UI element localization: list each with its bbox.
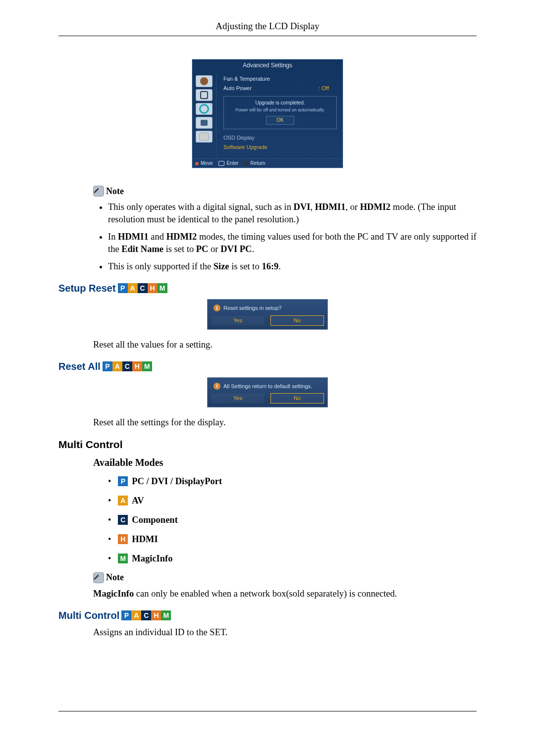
para-magicinfo-note: MagicInfo can only be enabled when a net…	[93, 588, 477, 600]
section-setup-reset-label: Setup Reset	[58, 282, 116, 295]
badge-a-icon: A	[128, 283, 138, 293]
mode-item-av: A AV	[108, 495, 477, 507]
osd-menu-autopower-value: : Off	[319, 85, 329, 92]
osd-menu-autopower-label: Auto Power	[223, 85, 252, 91]
note-block-2: Note	[93, 571, 477, 583]
section-multi-control-2: Multi Control P A C H M	[58, 609, 477, 622]
osd-title: Advanced Settings	[192, 59, 343, 73]
popup-setup-yes: Yes	[212, 316, 264, 325]
note-item-1: This only operates with a digital signal…	[108, 201, 477, 226]
section-reset-all-label: Reset All	[58, 360, 101, 373]
section-reset-all: Reset All P A C H M	[58, 360, 477, 373]
note-list-1: This only operates with a digital signal…	[93, 201, 477, 273]
osd-icon-5	[196, 131, 213, 143]
mode-name-pc: PC / DVI / DisplayPort	[132, 475, 222, 488]
badge-p-icon: P	[121, 610, 131, 620]
badge-p-icon: P	[118, 476, 128, 486]
osd-icon-1	[196, 75, 213, 87]
section-multi-control: Multi Control	[58, 438, 477, 452]
badge-h-icon: H	[148, 283, 158, 293]
page-header: Adjusting the LCD Display	[58, 20, 477, 36]
popup-reset-all: i All Settings return to default setting…	[58, 377, 477, 408]
mode-name-magicinfo: MagicInfo	[132, 553, 172, 565]
popup-setup-msg: Reset settings in setup?	[223, 304, 281, 312]
para-reset-all: Reset all the settings for the display.	[93, 416, 477, 429]
subsection-available-modes: Available Modes	[93, 456, 477, 469]
badge-h-icon: H	[151, 610, 161, 620]
section-setup-reset: Setup Reset P A C H M	[58, 282, 477, 295]
note-label: Note	[106, 185, 124, 197]
osd-footer-return: Return	[244, 160, 265, 167]
osd-dialog-ok: OK	[266, 116, 294, 125]
info-icon: i	[214, 383, 220, 390]
badge-m-icon: M	[161, 610, 171, 620]
badge-c-icon: C	[122, 361, 132, 371]
badge-m-icon: M	[142, 361, 152, 371]
section-multi-control-label: Multi Control	[58, 438, 122, 452]
osd-menu-software-upgrade: Software Upgrade	[223, 143, 339, 152]
osd-dialog-line2: Power will be off and turned on automati…	[228, 107, 332, 113]
mode-name-component: Component	[132, 514, 178, 526]
popup-reset-yes: Yes	[212, 394, 264, 403]
badge-a-icon: A	[112, 361, 122, 371]
popup-setup-no: No	[271, 316, 323, 325]
mode-badges: P A C H M	[118, 283, 167, 293]
badge-c-icon: C	[138, 283, 148, 293]
badge-h-icon: H	[118, 534, 128, 544]
para-setup-reset: Reset all the values for a setting.	[93, 339, 477, 351]
osd-dialog-line1: Upgrade is completed.	[228, 100, 332, 106]
badge-c-icon: C	[118, 515, 128, 525]
note-label: Note	[106, 571, 124, 583]
note-icon	[93, 572, 104, 583]
mode-badges: P A C H M	[103, 361, 152, 371]
osd-menu-osd-display: OSD Display	[223, 133, 339, 143]
note-block-1: Note	[93, 185, 477, 197]
badge-p-icon: P	[118, 283, 128, 293]
badge-m-icon: M	[158, 283, 167, 293]
popup-reset-msg: All Settings return to default settings.	[223, 383, 312, 390]
page-title: Adjusting the LCD Display	[215, 21, 320, 31]
section-multi-control-2-label: Multi Control	[58, 609, 119, 622]
badge-c-icon: C	[141, 610, 151, 620]
note-item-2: In HDMI1 and HDMI2 modes, the timing val…	[108, 231, 477, 255]
osd-icon-2	[196, 89, 213, 101]
osd-screenshot: Advanced Settings Fan & Temperature Auto…	[192, 59, 343, 168]
badge-m-icon: M	[118, 554, 128, 563]
badge-a-icon: A	[131, 610, 141, 620]
badge-h-icon: H	[132, 361, 142, 371]
mode-item-pc: P PC / DVI / DisplayPort	[108, 475, 477, 488]
osd-icon-4	[196, 117, 213, 129]
modes-list: P PC / DVI / DisplayPort A AV C Componen…	[93, 475, 477, 565]
mode-item-component: C Component	[108, 514, 477, 526]
page-footer-rule	[58, 711, 477, 711]
popup-reset-no: No	[271, 394, 323, 403]
badge-a-icon: A	[118, 496, 128, 505]
osd-icon-3	[196, 103, 213, 115]
mode-name-av: AV	[132, 495, 144, 507]
mode-item-hdmi: H HDMI	[108, 533, 477, 546]
popup-setup-reset: i Reset settings in setup? Yes No	[58, 299, 477, 330]
osd-footer: Move Enter Return	[192, 158, 343, 168]
osd-dialog: Upgrade is completed. Power will be off …	[223, 96, 337, 129]
badge-p-icon: P	[103, 361, 112, 371]
osd-menu-autopower: Auto Power : Off	[223, 84, 339, 93]
osd-footer-enter: Enter	[218, 160, 238, 167]
mode-item-magicinfo: M MagicInfo	[108, 553, 477, 565]
mode-name-hdmi: HDMI	[132, 533, 158, 546]
info-icon: i	[214, 304, 220, 311]
para-multi-assigns: Assigns an individual ID to the SET.	[93, 626, 477, 639]
note-item-3: This is only supported if the Size is se…	[108, 260, 477, 273]
mode-badges: P A C H M	[121, 610, 171, 620]
osd-footer-move: Move	[195, 160, 213, 167]
note-icon	[93, 186, 104, 197]
osd-sidebar	[192, 73, 216, 157]
osd-menu-fan: Fan & Temperature	[223, 74, 339, 84]
